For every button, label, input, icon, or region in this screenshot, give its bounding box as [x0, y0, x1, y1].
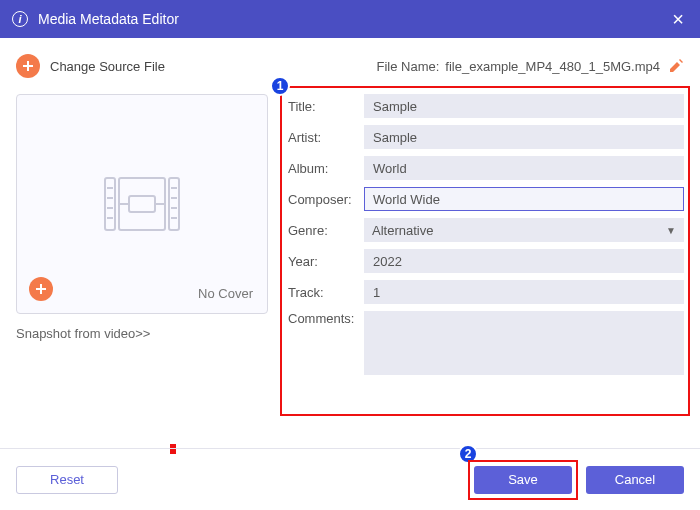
change-source-label[interactable]: Change Source File [50, 59, 377, 74]
info-icon: i [12, 11, 28, 27]
window-title: Media Metadata Editor [38, 11, 668, 27]
artist-input[interactable] [364, 125, 684, 149]
add-cover-button[interactable] [29, 277, 53, 301]
album-input[interactable] [364, 156, 684, 180]
comments-label: Comments: [288, 311, 364, 326]
plus-icon [35, 283, 47, 295]
titlebar: i Media Metadata Editor × [0, 0, 700, 38]
filename-label: File Name: [377, 59, 440, 74]
no-cover-label: No Cover [198, 286, 253, 301]
edit-filename-icon[interactable] [668, 58, 684, 74]
callout-badge-2: 2 [458, 444, 478, 464]
callout-badge-1: 1 [270, 76, 290, 96]
reset-button[interactable]: Reset [16, 466, 118, 494]
save-button[interactable]: Save [474, 466, 572, 494]
svg-rect-0 [105, 178, 115, 230]
genre-value: Alternative [372, 223, 433, 238]
composer-input[interactable] [364, 187, 684, 211]
filename-value: file_example_MP4_480_1_5MG.mp4 [445, 59, 660, 74]
change-source-plus-button[interactable] [16, 54, 40, 78]
year-input[interactable] [364, 249, 684, 273]
artist-label: Artist: [288, 130, 364, 145]
genre-select[interactable]: Alternative ▼ [364, 218, 684, 242]
cancel-button[interactable]: Cancel [586, 466, 684, 494]
composer-label: Composer: [288, 192, 364, 207]
top-row: Change Source File File Name: file_examp… [16, 52, 684, 80]
track-input[interactable] [364, 280, 684, 304]
title-input[interactable] [364, 94, 684, 118]
close-icon[interactable]: × [668, 8, 688, 31]
year-label: Year: [288, 254, 364, 269]
svg-rect-1 [169, 178, 179, 230]
genre-label: Genre: [288, 223, 364, 238]
track-label: Track: [288, 285, 364, 300]
footer: Reset 2 Save Cancel [0, 448, 700, 510]
metadata-fields: 1 Title: Artist: Album: Composer: Genre: [288, 94, 684, 382]
album-label: Album: [288, 161, 364, 176]
svg-rect-11 [129, 196, 155, 212]
cover-preview: No Cover [16, 94, 268, 314]
comments-input[interactable] [364, 311, 684, 375]
title-label: Title: [288, 99, 364, 114]
video-placeholder-icon [97, 174, 187, 234]
plus-icon [22, 60, 34, 72]
snapshot-from-video-link[interactable]: Snapshot from video>> [16, 326, 268, 341]
chevron-down-icon: ▼ [666, 225, 676, 236]
